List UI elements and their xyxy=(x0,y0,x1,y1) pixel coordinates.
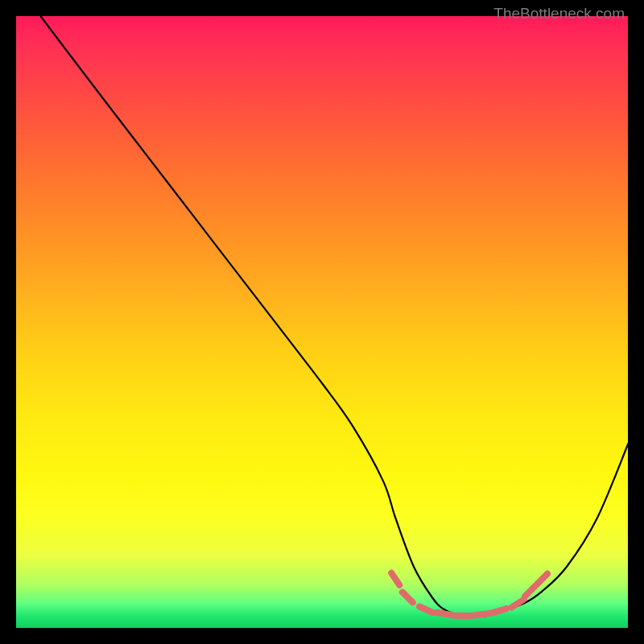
chart-svg xyxy=(16,16,628,628)
valley-marker xyxy=(512,600,524,608)
valley-marker xyxy=(474,613,489,615)
valley-marker xyxy=(402,592,413,603)
valley-marker xyxy=(391,573,399,585)
valley-marker xyxy=(437,613,452,615)
valley-marker xyxy=(537,574,547,584)
valley-marker xyxy=(419,607,432,613)
valley-marker xyxy=(493,609,506,613)
valley-marker xyxy=(525,586,535,597)
bottleneck-curve xyxy=(40,16,628,617)
watermark-text: TheBottleneck.com xyxy=(493,5,625,23)
chart-area xyxy=(16,16,628,628)
